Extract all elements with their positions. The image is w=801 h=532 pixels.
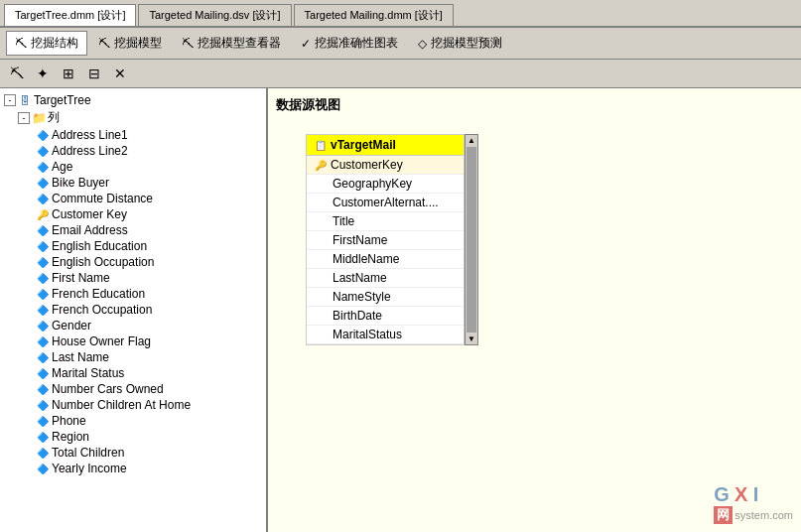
field-name: LastName	[333, 271, 387, 285]
list-item[interactable]: 🔷 Gender	[0, 318, 266, 333]
ds-row-key: 🔑 CustomerKey	[307, 156, 464, 175]
table-icon: 📋	[315, 140, 327, 151]
field-icon: 🔷	[36, 319, 50, 332]
tab-targeted-dsv[interactable]: Targeted Mailing.dsv [设计]	[138, 4, 291, 26]
list-item[interactable]: 🔑 Customer Key	[0, 206, 266, 222]
list-item[interactable]: 🔷 Phone	[0, 413, 266, 429]
field-icon: 🔷	[36, 382, 50, 396]
ds-field-row: Title	[307, 212, 464, 231]
list-item[interactable]: 🔷 Bike Buyer	[0, 175, 266, 191]
field-icon: 🔷	[36, 223, 50, 237]
watermark-domain: system.com	[734, 509, 793, 521]
field-icon: 🔷	[36, 144, 50, 158]
tb2-btn2[interactable]: ✦	[32, 63, 54, 84]
watermark-net: 网	[714, 506, 733, 524]
btn-model-predict[interactable]: ◇ 挖掘模型预测	[409, 31, 511, 56]
watermark: G X I 网 system.com	[714, 483, 793, 524]
field-label: Number Cars Owned	[52, 382, 164, 396]
columns-label: 列	[48, 109, 60, 126]
ds-field-row: MaritalStatus	[307, 326, 464, 344]
left-panel-tree: - 🗄 TargetTree - 📁 列 🔷 Address Line1	[0, 88, 268, 532]
scroll-up-btn[interactable]: ▲	[467, 136, 475, 145]
field-label: Bike Buyer	[52, 176, 109, 190]
ds-field-row: MiddleName	[307, 250, 464, 269]
tb2-btn3[interactable]: ⊞	[58, 63, 79, 84]
field-name: CustomerAlternat....	[333, 196, 439, 209]
list-item[interactable]: 🔷 Region	[0, 429, 266, 445]
list-item[interactable]: 🔷 House Owner Flag	[0, 333, 266, 349]
list-item[interactable]: 🔷 Yearly Income	[0, 461, 266, 476]
list-item[interactable]: 🔷 Marital Status	[0, 365, 266, 381]
list-item[interactable]: 🔷 English Education	[0, 238, 266, 254]
title-tab-bar: TargetTree.dmm [设计] Targeted Mailing.dsv…	[0, 0, 801, 28]
list-item[interactable]: 🔷 Age	[0, 159, 266, 175]
btn-accuracy-chart[interactable]: ✓ 挖掘准确性图表	[292, 31, 407, 56]
ds-table: 📋 vTargetMail 🔑 CustomerKey GeographyKey	[306, 134, 465, 345]
field-label: Commute Distance	[52, 192, 153, 205]
btn-model-viewer[interactable]: ⛏ 挖掘模型查看器	[173, 31, 290, 56]
datasource-view: 📋 vTargetMail 🔑 CustomerKey GeographyKey	[306, 134, 478, 345]
field-name: Title	[333, 214, 354, 228]
key-icon: 🔑	[36, 207, 50, 221]
mining-model-icon: ⛏	[98, 37, 110, 51]
right-panel-title: 数据源视图	[276, 96, 793, 114]
field-name: FirstName	[333, 233, 387, 247]
tb2-btn-close[interactable]: ✕	[109, 63, 131, 84]
list-item[interactable]: 🔷 English Occupation	[0, 254, 266, 270]
field-label: Region	[52, 430, 89, 444]
field-label: House Owner Flag	[52, 334, 151, 348]
field-name: NameStyle	[333, 290, 391, 304]
tb2-btn1[interactable]: ⛏	[6, 63, 28, 84]
field-label: Address Line2	[52, 144, 128, 158]
list-item[interactable]: 🔷 Address Line2	[0, 143, 266, 159]
field-icon: 🔷	[36, 446, 50, 460]
toolbar2: ⛏ ✦ ⊞ ⊟ ✕	[0, 60, 801, 88]
ds-field-row: FirstName	[307, 231, 464, 250]
list-item[interactable]: 🔷 Last Name	[0, 349, 266, 365]
field-icon: 🔷	[36, 334, 50, 348]
btn-mining-model[interactable]: ⛏ 挖掘模型	[89, 31, 171, 56]
field-icon: 🔷	[36, 160, 50, 174]
field-icon: 🔷	[36, 303, 50, 317]
list-item[interactable]: 🔷 Total Children	[0, 445, 266, 461]
root-expand-icon[interactable]: -	[4, 94, 16, 106]
field-label: Phone	[52, 414, 86, 428]
list-item[interactable]: 🔷 French Education	[0, 286, 266, 302]
field-label: Customer Key	[52, 207, 127, 221]
tree-node-columns[interactable]: - 📁 列	[0, 108, 266, 127]
field-icon: 🔷	[36, 462, 50, 475]
accuracy-icon: ✓	[301, 37, 311, 51]
watermark-bottom: 网 system.com	[714, 506, 793, 524]
field-label: English Education	[52, 239, 147, 253]
columns-expand-icon[interactable]: -	[18, 112, 30, 124]
field-label: Number Children At Home	[52, 398, 191, 412]
field-label: Age	[52, 160, 72, 174]
ds-scrollbar[interactable]: ▲ ▼	[465, 134, 478, 345]
list-item[interactable]: 🔷 Commute Distance	[0, 191, 266, 206]
field-label: Yearly Income	[52, 462, 127, 475]
key-field-icon: 🔑	[315, 160, 327, 171]
list-item[interactable]: 🔷 Address Line1	[0, 127, 266, 143]
tb2-btn4[interactable]: ⊟	[83, 63, 105, 84]
predict-label: 挖掘模型预测	[431, 35, 502, 52]
tree-node-root[interactable]: - 🗄 TargetTree	[0, 92, 266, 108]
field-icon: 🔷	[36, 128, 50, 142]
model-viewer-label: 挖掘模型查看器	[198, 35, 281, 52]
field-label: Email Address	[52, 223, 128, 237]
scroll-thumb[interactable]	[467, 147, 476, 332]
btn-mining-structure[interactable]: ⛏ 挖掘结构	[6, 31, 87, 56]
field-icon: 🔷	[36, 255, 50, 269]
key-field-label: CustomerKey	[331, 158, 403, 172]
list-item[interactable]: 🔷 Number Children At Home	[0, 397, 266, 413]
toolbar1: ⛏ 挖掘结构 ⛏ 挖掘模型 ⛏ 挖掘模型查看器 ✓ 挖掘准确性图表 ◇ 挖掘模型…	[0, 28, 801, 60]
list-item[interactable]: 🔷 Email Address	[0, 222, 266, 238]
folder-icon: 📁	[32, 111, 46, 125]
list-item[interactable]: 🔷 Number Cars Owned	[0, 381, 266, 397]
scroll-down-btn[interactable]: ▼	[467, 334, 475, 343]
tab-targeted-dmm[interactable]: Targeted Mailing.dmm [设计]	[294, 4, 454, 26]
field-icon: 🔷	[36, 366, 50, 380]
tab-targettree[interactable]: TargetTree.dmm [设计]	[4, 4, 136, 26]
list-item[interactable]: 🔷 First Name	[0, 270, 266, 286]
list-item[interactable]: 🔷 French Occupation	[0, 302, 266, 318]
watermark-i: I	[753, 483, 759, 505]
